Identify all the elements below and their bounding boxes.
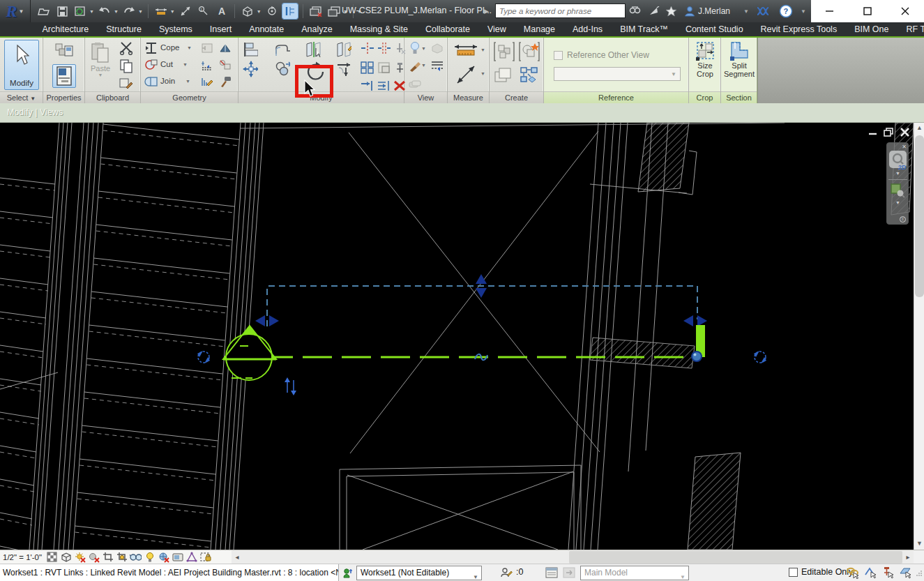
copy-icon[interactable] bbox=[119, 59, 134, 74]
analytical-model-icon[interactable] bbox=[185, 551, 197, 563]
scroll-up-icon[interactable]: ▲ bbox=[914, 123, 924, 134]
switch-windows-icon[interactable] bbox=[326, 3, 342, 19]
chevron-down-icon[interactable]: ▼ bbox=[138, 9, 143, 14]
array-icon[interactable] bbox=[360, 60, 375, 75]
scroll-down-icon[interactable]: ▼ bbox=[914, 538, 924, 550]
demolish-hammer-icon[interactable] bbox=[218, 74, 233, 89]
redo-icon[interactable] bbox=[121, 3, 137, 19]
panel-label-section[interactable]: Section bbox=[721, 91, 757, 103]
chevron-down-icon[interactable]: ▼ bbox=[895, 171, 900, 176]
navbar-close-icon[interactable]: ✕ bbox=[902, 144, 907, 150]
search-input[interactable] bbox=[496, 7, 625, 15]
split-element-icon[interactable] bbox=[360, 40, 375, 56]
tab-systems[interactable]: Systems bbox=[150, 22, 201, 36]
select-pinned-elements-icon[interactable] bbox=[881, 566, 895, 580]
panel-label-measure[interactable]: Measure bbox=[448, 91, 489, 103]
thin-lines-icon[interactable] bbox=[282, 3, 298, 19]
sun-path-icon[interactable] bbox=[74, 551, 86, 563]
maximize-button[interactable] bbox=[849, 0, 886, 22]
convert-to-link-icon[interactable] bbox=[519, 66, 540, 85]
tab-view[interactable]: View bbox=[478, 22, 515, 36]
rotate-control-left[interactable] bbox=[197, 351, 210, 363]
tab-analyze[interactable]: Analyze bbox=[293, 22, 341, 36]
sync-with-central-icon[interactable] bbox=[73, 3, 88, 19]
active-design-option-select[interactable]: Main Model ▼ bbox=[580, 566, 689, 580]
tab-structure[interactable]: Structure bbox=[98, 22, 151, 36]
panel-label-crop[interactable]: Crop bbox=[689, 91, 720, 103]
measure-between-refs-icon[interactable] bbox=[453, 40, 478, 60]
drag-control-right[interactable] bbox=[683, 315, 707, 326]
shadows-icon[interactable] bbox=[88, 551, 100, 563]
navbar-more-icon[interactable]: ≡ bbox=[900, 216, 906, 222]
view-restore-icon[interactable] bbox=[884, 127, 893, 137]
cut-geometry-icon[interactable] bbox=[144, 57, 159, 73]
split-with-gap-icon[interactable] bbox=[377, 40, 392, 56]
temporary-view-properties-icon[interactable] bbox=[172, 551, 183, 563]
tab-massing-site[interactable]: Massing & Site bbox=[341, 22, 416, 36]
vertical-scrollbar[interactable]: ▲ ▼ bbox=[914, 123, 924, 550]
user-account-icon[interactable] bbox=[681, 3, 698, 20]
view-minimize-icon[interactable] bbox=[868, 127, 877, 137]
scroll-right-icon[interactable]: ▸ bbox=[902, 550, 914, 564]
active-workset-select[interactable]: Workset1 (Not Editable) ▼ bbox=[356, 566, 482, 580]
exchange-apps-icon[interactable] bbox=[755, 3, 771, 20]
chevron-down-icon[interactable]: ▼ bbox=[257, 9, 262, 14]
horizontal-scroll-thumb[interactable] bbox=[569, 551, 902, 564]
section-head-selected[interactable] bbox=[223, 326, 276, 380]
reveal-constraints-icon[interactable] bbox=[199, 551, 211, 563]
tab-bim-one[interactable]: BIM One bbox=[846, 22, 898, 36]
tab-collaborate[interactable]: Collaborate bbox=[417, 22, 479, 36]
type-properties-button[interactable] bbox=[52, 39, 76, 63]
modify-tool-button[interactable]: Modify bbox=[4, 40, 39, 90]
beam-joins-icon[interactable] bbox=[199, 57, 215, 73]
temporary-hide-isolate-icon[interactable] bbox=[130, 551, 142, 563]
tab-rf-tools[interactable]: RF Tools bbox=[898, 22, 924, 36]
chevron-down-icon[interactable]: ▼ bbox=[738, 3, 755, 20]
chevron-down-icon[interactable]: ▼ bbox=[480, 71, 485, 76]
tag-icon[interactable]: 1 bbox=[196, 3, 211, 19]
view-scale-button[interactable]: 1/2" = 1'-0" bbox=[3, 553, 42, 561]
select-underlay-elements-icon[interactable] bbox=[864, 566, 878, 580]
editing-requests-icon[interactable] bbox=[499, 566, 513, 580]
linework-tools-icon[interactable] bbox=[199, 74, 215, 89]
window-resize-grip[interactable] bbox=[916, 567, 923, 580]
scale-icon[interactable] bbox=[377, 60, 392, 75]
open-icon[interactable] bbox=[36, 3, 52, 19]
save-icon[interactable] bbox=[54, 3, 70, 19]
aligned-dimension-icon[interactable] bbox=[153, 3, 169, 19]
paste-aligned-icon[interactable] bbox=[199, 40, 215, 56]
help-icon[interactable]: ? bbox=[778, 3, 794, 20]
drawing-area[interactable]: ✕ 2D ▼ ▼ ≡ bbox=[0, 123, 914, 550]
match-type-properties-icon[interactable] bbox=[119, 76, 134, 91]
properties-palette-button[interactable] bbox=[52, 64, 76, 88]
split-segment-button[interactable]: SplitSegment bbox=[722, 40, 757, 78]
horizontal-scrollbar[interactable]: ◂ ▸ bbox=[232, 550, 914, 564]
tab-manage[interactable]: Manage bbox=[515, 22, 563, 36]
communication-center-icon[interactable] bbox=[646, 3, 662, 20]
join-label[interactable]: Join bbox=[160, 77, 175, 85]
worksets-icon[interactable] bbox=[341, 566, 355, 580]
tab-content-studio[interactable]: Content Studio bbox=[676, 22, 752, 36]
linework-icon[interactable] bbox=[430, 59, 445, 74]
panel-label-properties[interactable]: Properties bbox=[43, 91, 84, 103]
create-similar-icon[interactable] bbox=[519, 41, 540, 62]
editing-requests-count[interactable]: :0 bbox=[516, 567, 523, 577]
show-crop-region-icon[interactable] bbox=[116, 551, 128, 563]
hidden-elements-lightbulb-icon[interactable] bbox=[407, 40, 423, 56]
title-expand-icon[interactable]: ▶ bbox=[484, 5, 492, 17]
search-icon[interactable] bbox=[627, 3, 644, 20]
favorites-icon[interactable] bbox=[662, 3, 679, 20]
signed-in-user[interactable]: J.Merlan bbox=[698, 6, 730, 16]
chevron-down-icon[interactable]: ▼ bbox=[895, 200, 900, 205]
panel-label-select[interactable]: Select ▼ bbox=[0, 91, 43, 103]
rotate-control-right[interactable] bbox=[754, 351, 766, 363]
chevron-down-icon[interactable]: ▼ bbox=[187, 45, 192, 50]
chevron-down-icon[interactable]: ▼ bbox=[170, 9, 175, 14]
scroll-left-icon[interactable]: ◂ bbox=[232, 550, 243, 564]
create-group-icon[interactable] bbox=[494, 41, 515, 62]
chevron-down-icon[interactable]: ▼ bbox=[795, 3, 812, 20]
add-to-design-option-set-icon[interactable] bbox=[562, 566, 576, 580]
reveal-hidden-elements-icon[interactable] bbox=[144, 551, 156, 563]
text-icon[interactable]: A bbox=[214, 3, 229, 19]
flip-section-control[interactable] bbox=[285, 377, 296, 395]
